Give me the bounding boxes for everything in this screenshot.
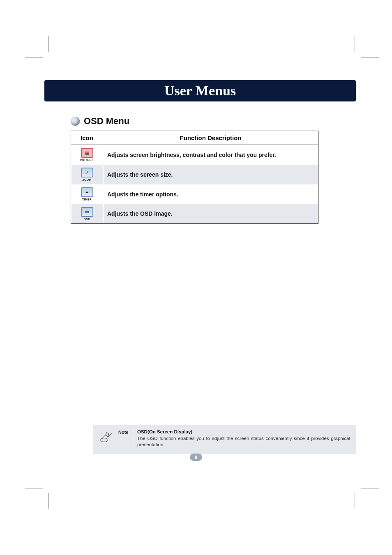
note-hand-icon: [99, 429, 114, 444]
row-desc: Adjusts the timer options.: [103, 184, 318, 204]
note-text: OSD(On Screen Display) The OSD function …: [137, 429, 350, 448]
section-title: OSD Menu: [84, 116, 129, 127]
icon-cell: ▭ OSD: [75, 207, 99, 221]
crop-mark: [25, 488, 43, 488]
crop-mark: [361, 488, 379, 488]
icon-cell: ✦ TIMER: [75, 187, 99, 201]
crop-mark: [361, 58, 379, 58]
note-box: Note OSD(On Screen Display) The OSD func…: [93, 425, 356, 454]
crop-mark: [355, 493, 355, 509]
icon-label: TIMER: [82, 198, 92, 201]
table-row: ▦ PICTURE Adjusts screen brightness, con…: [71, 145, 318, 165]
icon-label: PICTURE: [80, 159, 94, 161]
table-row: ▭ OSD Adjusts the OSD image.: [71, 204, 318, 224]
note-label: Note: [118, 429, 133, 448]
crop-mark: [25, 58, 43, 58]
picture-icon: ▦: [81, 148, 93, 158]
page-title: User Menus: [164, 83, 236, 99]
section-heading-row: OSD Menu: [71, 116, 129, 127]
note-title: OSD(On Screen Display): [137, 429, 192, 434]
row-desc: Adjusts screen brightness, contrast and …: [103, 145, 318, 165]
svg-point-0: [101, 438, 108, 442]
icon-cell: ⤢ ZOOM: [75, 168, 99, 181]
table-header-icon: Icon: [71, 131, 103, 145]
timer-icon: ✦: [81, 187, 93, 197]
osd-menu-table: Icon Function Description ▦ PICTURE Adju…: [71, 131, 318, 224]
note-body: The OSD function enables you to adjust t…: [137, 436, 350, 447]
zoom-icon: ⤢: [81, 168, 93, 177]
icon-label: OSD: [83, 218, 90, 221]
table-row: ⤢ ZOOM Adjusts the screen size.: [71, 165, 318, 184]
crop-mark: [355, 36, 355, 52]
bullet-icon: [71, 117, 80, 126]
table-row: ✦ TIMER Adjusts the timer options.: [71, 184, 318, 204]
page-number: 8: [190, 454, 202, 461]
row-desc: Adjusts the screen size.: [103, 165, 318, 184]
page-header: User Menus: [44, 80, 356, 101]
crop-mark: [48, 36, 49, 52]
icon-cell: ▦ PICTURE: [75, 148, 99, 161]
icon-label: ZOOM: [82, 178, 91, 181]
osd-icon: ▭: [81, 207, 93, 217]
crop-mark: [48, 493, 49, 509]
row-desc: Adjusts the OSD image.: [103, 204, 318, 224]
table-header-desc: Function Description: [103, 131, 318, 145]
